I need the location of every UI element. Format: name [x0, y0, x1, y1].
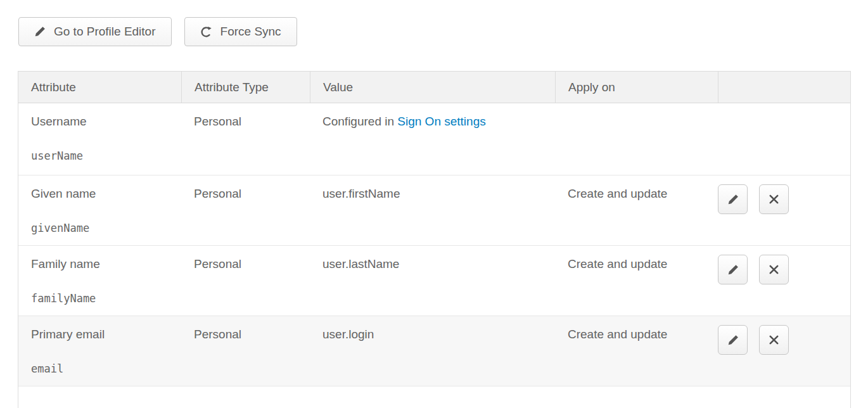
- edit-attribute-button[interactable]: [718, 255, 748, 284]
- value-cell: user.lastName: [310, 246, 555, 316]
- column-header-attribute-type: Attribute Type: [181, 72, 310, 103]
- value-cell: Configured in Sign On settings: [310, 103, 555, 175]
- attribute-variable: givenName: [31, 221, 175, 236]
- x-icon: [768, 264, 780, 276]
- value-prefix-text: Configured in: [322, 115, 397, 128]
- attribute-variable: email: [31, 362, 175, 376]
- value-cell: user.login: [310, 316, 555, 386]
- attribute-variable: familyName: [31, 291, 175, 306]
- table-header: Attribute Attribute Type Value Apply on: [18, 72, 850, 103]
- force-sync-label: Force Sync: [220, 25, 281, 39]
- attribute-cell: Given name givenName: [18, 175, 181, 245]
- attribute-label: Family name: [31, 257, 175, 271]
- actions-cell: [718, 175, 850, 245]
- attribute-type-cell: Personal: [181, 246, 310, 316]
- apply-on-cell: Create and update: [555, 175, 718, 245]
- table-row: Username userName Personal Configured in…: [18, 103, 850, 175]
- toolbar: Go to Profile Editor Force Sync: [18, 17, 297, 46]
- refresh-icon: [200, 26, 212, 38]
- sign-on-settings-link[interactable]: Sign On settings: [397, 115, 485, 128]
- attribute-label: Username: [31, 114, 175, 129]
- actions-cell: [718, 103, 850, 175]
- x-icon: [768, 193, 780, 205]
- actions-cell: [718, 316, 850, 386]
- attribute-type-cell: Personal: [181, 103, 310, 175]
- go-to-profile-editor-label: Go to Profile Editor: [54, 25, 156, 39]
- delete-attribute-button[interactable]: [759, 325, 789, 355]
- attribute-cell: Family name familyName: [18, 246, 181, 316]
- table-row: Given name givenName Personal user.first…: [18, 175, 850, 246]
- edit-attribute-button[interactable]: [718, 184, 748, 214]
- column-header-apply-on: Apply on: [555, 72, 718, 103]
- attribute-label: Given name: [31, 186, 175, 201]
- pencil-icon: [34, 26, 46, 37]
- attribute-type-cell: Personal: [181, 175, 310, 245]
- attribute-cell: Primary email email: [18, 316, 181, 386]
- apply-on-cell: Create and update: [555, 246, 718, 316]
- pencil-icon: [727, 194, 739, 205]
- apply-on-cell: Create and update: [555, 316, 718, 386]
- actions-cell: [718, 246, 850, 316]
- attributes-table: Attribute Attribute Type Value Apply on …: [18, 71, 851, 408]
- column-header-value: Value: [310, 72, 555, 103]
- delete-attribute-button[interactable]: [759, 255, 789, 284]
- go-to-profile-editor-button[interactable]: Go to Profile Editor: [18, 17, 172, 46]
- attribute-type-cell: Personal: [181, 316, 310, 386]
- x-icon: [768, 334, 780, 346]
- force-sync-button[interactable]: Force Sync: [184, 17, 297, 46]
- edit-attribute-button[interactable]: [718, 325, 748, 355]
- apply-on-cell: [555, 103, 718, 175]
- column-header-attribute: Attribute: [18, 72, 181, 103]
- value-cell: user.firstName: [310, 175, 555, 245]
- table-row: Family name familyName Personal user.las…: [18, 246, 850, 316]
- table-row: [18, 386, 850, 408]
- column-header-actions: [718, 72, 850, 103]
- pencil-icon: [727, 335, 739, 346]
- table-row: Primary email email Personal user.login …: [18, 316, 850, 386]
- pencil-icon: [727, 264, 739, 276]
- delete-attribute-button[interactable]: [759, 184, 789, 214]
- attribute-variable: userName: [31, 149, 175, 163]
- attribute-label: Primary email: [31, 327, 175, 341]
- attribute-cell: Username userName: [18, 103, 181, 175]
